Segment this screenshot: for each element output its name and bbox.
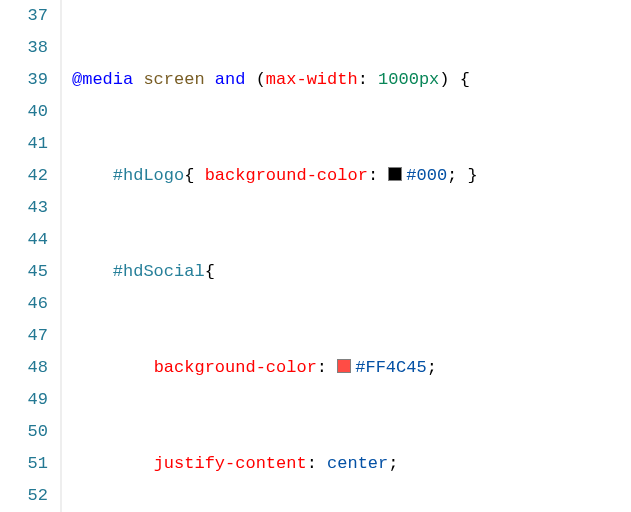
at-rule-token: @media [72, 70, 133, 89]
line-number: 50 [0, 416, 48, 448]
line-number: 51 [0, 448, 48, 480]
code-editor[interactable]: 37 38 39 40 41 42 43 44 45 46 47 48 49 5… [0, 0, 631, 512]
property-token: justify-content [154, 454, 307, 473]
line-number: 42 [0, 160, 48, 192]
line-number: 52 [0, 480, 48, 512]
code-line[interactable]: #hdSocial{ [72, 256, 478, 288]
property-token: background-color [154, 358, 317, 377]
code-line[interactable]: background-color: #FF4C45; [72, 352, 478, 384]
line-number: 47 [0, 320, 48, 352]
line-number: 46 [0, 288, 48, 320]
code-content[interactable]: @media screen and (max-width: 1000px) { … [62, 0, 478, 512]
line-number: 43 [0, 192, 48, 224]
value-token: 1000px [378, 70, 439, 89]
and-token: and [215, 70, 246, 89]
selector-token: #hdLogo [113, 166, 184, 185]
code-line[interactable]: justify-content: center; [72, 448, 478, 480]
value-token: #000 [406, 166, 447, 185]
code-line[interactable]: #hdLogo{ background-color: #000; } [72, 160, 478, 192]
line-number: 45 [0, 256, 48, 288]
media-type-token: screen [143, 70, 204, 89]
line-number: 39 [0, 64, 48, 96]
property-token: background-color [205, 166, 368, 185]
line-number: 37 [0, 0, 48, 32]
value-token: #FF4C45 [355, 358, 426, 377]
line-number-gutter: 37 38 39 40 41 42 43 44 45 46 47 48 49 5… [0, 0, 62, 512]
value-token: center [327, 454, 388, 473]
line-number: 38 [0, 32, 48, 64]
line-number: 48 [0, 352, 48, 384]
line-number: 40 [0, 96, 48, 128]
line-number: 44 [0, 224, 48, 256]
selector-token: #hdSocial [113, 262, 205, 281]
line-number: 49 [0, 384, 48, 416]
line-number: 41 [0, 128, 48, 160]
code-line[interactable]: @media screen and (max-width: 1000px) { [72, 64, 478, 96]
color-swatch-icon[interactable] [337, 359, 351, 373]
property-token: max-width [266, 70, 358, 89]
color-swatch-icon[interactable] [388, 167, 402, 181]
